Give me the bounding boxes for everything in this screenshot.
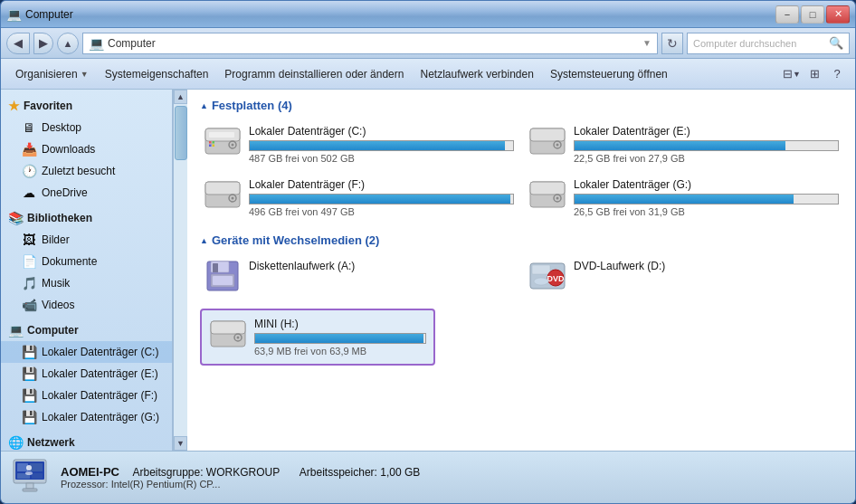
sidebar-header-favoriten: ★ Favoriten (1, 95, 172, 117)
drive-a[interactable]: Diskettenlaufwerk (A:) (200, 256, 518, 296)
svg-point-33 (534, 278, 548, 285)
svg-point-15 (556, 144, 559, 147)
drive-c-bar (250, 141, 505, 150)
address-bar-icon: 💻 (89, 36, 104, 51)
refresh-icon: ↻ (667, 36, 678, 51)
sidebar-item-desktop[interactable]: 🖥 Desktop (1, 117, 172, 138)
drive-d-name: DVD-Laufwerk (D:) (574, 260, 839, 272)
sidebar-scrollbar[interactable]: ▲ ▼ (173, 90, 187, 451)
view-toggle-button[interactable]: ⊟ ▼ (781, 63, 803, 85)
lc-icon: 💾 (21, 344, 37, 360)
minimize-button[interactable]: − (775, 5, 799, 24)
musik-icon: 🎵 (21, 275, 37, 291)
status-memory: Arbeitsspeicher: 1,00 GB (300, 466, 420, 479)
bibliotheken-label: Bibliotheken (27, 212, 92, 224)
hdd-f-icon (204, 178, 242, 211)
scroll-down-button[interactable]: ▼ (174, 436, 187, 451)
drive-c-bar-wrap (249, 140, 514, 151)
floppy-icon (204, 260, 242, 292)
drive-e-name: Lokaler Datenträger (E:) (574, 125, 839, 138)
drive-f[interactable]: Lokaler Datenträger (F:) 496 GB frei von… (200, 175, 518, 221)
svg-rect-28 (213, 276, 233, 285)
search-icon: 🔍 (829, 36, 843, 50)
sidebar-item-dokumente[interactable]: 📄 Dokumente (1, 251, 172, 272)
back-button[interactable]: ◀ (6, 33, 30, 54)
drive-e[interactable]: Lokaler Datenträger (E:) 22,5 GB frei vo… (525, 121, 842, 167)
deinstall-label: Programm deinstallieren oder ändern (224, 68, 404, 81)
sidebar-item-le[interactable]: 💾 Lokaler Datenträger (E:) (1, 363, 172, 385)
refresh-button[interactable]: ↻ (661, 33, 683, 54)
videos-icon: 📹 (21, 297, 37, 313)
netzlaufwerk-button[interactable]: Netzlaufwerk verbinden (413, 62, 540, 86)
sidebar-item-videos[interactable]: 📹 Videos (1, 294, 172, 316)
drive-c-info: Lokaler Datenträger (C:) 487 GB frei von… (249, 125, 514, 164)
scroll-up-button[interactable]: ▲ (174, 90, 187, 104)
hdd-h-icon (209, 318, 247, 350)
netzwerk-label: Netzwerk (27, 436, 75, 449)
sidebar-item-lf[interactable]: 💾 Lokaler Datenträger (F:) (1, 385, 172, 406)
svg-rect-35 (211, 321, 245, 334)
svg-point-46 (26, 465, 32, 471)
sidebar-item-downloads[interactable]: 📥 Downloads (1, 138, 172, 160)
svg-rect-45 (32, 473, 43, 479)
sidebar-header-bibliotheken: 📚 Bibliotheken (1, 207, 172, 229)
maximize-button[interactable]: □ (801, 5, 824, 24)
close-button[interactable]: ✕ (826, 5, 850, 24)
sidebar-item-lc[interactable]: 💾 Lokaler Datenträger (C:) (1, 341, 172, 363)
systemeigenschaften-label: Systemeigenschaften (105, 68, 209, 81)
up-button[interactable]: ▲ (57, 33, 79, 54)
scroll-thumb[interactable] (175, 106, 187, 160)
lf-icon: 💾 (21, 387, 37, 404)
computer-icon: 💻 (8, 323, 24, 338)
drive-g[interactable]: Lokaler Datenträger (G:) 26,5 GB frei vo… (525, 175, 842, 221)
forward-icon: ▶ (39, 36, 48, 50)
status-workgroup: Arbeitsgruppe: WORKGROUP (132, 466, 280, 479)
sidebar-item-bilder[interactable]: 🖼 Bilder (1, 229, 172, 251)
explorer-window: 💻 Computer − □ ✕ ◀ ▶ ▲ 💻 Computer ▼ ↻ Co… (0, 0, 856, 504)
downloads-label: Downloads (42, 143, 95, 156)
lc-label: Lokaler Datenträger (C:) (42, 346, 158, 358)
address-input[interactable]: 💻 Computer ▼ (82, 33, 658, 54)
forward-button[interactable]: ▶ (33, 33, 53, 54)
svg-rect-10 (209, 145, 212, 147)
le-icon: 💾 (21, 366, 37, 382)
svg-rect-43 (30, 463, 43, 471)
drive-c[interactable]: Lokaler Datenträger (C:) 487 GB frei von… (200, 121, 518, 167)
dokumente-icon: 📄 (21, 253, 37, 270)
help-icon: ? (833, 67, 840, 81)
drive-c-name: Lokaler Datenträger (C:) (249, 125, 514, 138)
dvd-icon: DVD (528, 260, 566, 292)
address-dropdown-icon[interactable]: ▼ (642, 38, 652, 48)
drive-f-name: Lokaler Datenträger (F:) (249, 178, 514, 191)
organize-button[interactable]: Organisieren ▼ (8, 62, 96, 86)
svg-rect-26 (213, 263, 218, 272)
drive-c-size: 487 GB frei von 502 GB (249, 153, 514, 164)
drive-e-size: 22,5 GB frei von 27,9 GB (574, 153, 839, 164)
help-button[interactable]: ? (826, 63, 848, 85)
organize-dropdown-icon: ▼ (81, 70, 89, 79)
deinstall-button[interactable]: Programm deinstallieren oder ändern (217, 62, 411, 86)
sidebar-section-netzwerk: 🌐 Netzwerk (1, 432, 172, 451)
desktop-icon: 🖥 (21, 119, 37, 136)
drive-h-info: MINI (H:) 63,9 MB frei von 63,9 MB (254, 318, 426, 357)
drive-h[interactable]: MINI (H:) 63,9 MB frei von 63,9 MB (200, 309, 435, 366)
drive-h-name: MINI (H:) (254, 318, 426, 330)
systemeigenschaften-button[interactable]: Systemeigenschaften (98, 62, 216, 86)
pane-toggle-button[interactable]: ⊞ (804, 63, 825, 85)
sidebar-item-zuletzt[interactable]: 🕐 Zuletzt besucht (1, 160, 172, 182)
sidebar-item-onedrive[interactable]: ☁ OneDrive (1, 182, 172, 204)
downloads-icon: 📥 (21, 141, 37, 157)
sidebar-item-lg[interactable]: 💾 Lokaler Datenträger (G:) (1, 406, 172, 428)
drive-d[interactable]: DVD DVD-Laufwerk (D:) (525, 256, 842, 296)
view-icon: ⊟ (783, 67, 793, 81)
drive-f-size: 496 GB frei von 497 GB (249, 206, 514, 217)
sidebar-item-musik[interactable]: 🎵 Musik (1, 272, 172, 294)
systemsteuerung-button[interactable]: Systemsteuerung öffnen (543, 62, 675, 86)
organize-label: Organisieren (15, 68, 78, 81)
pane-icon: ⊞ (810, 67, 820, 81)
search-box[interactable]: Computer durchsuchen 🔍 (687, 33, 850, 54)
title-bar-buttons: − □ ✕ (775, 5, 850, 24)
drive-f-bar (250, 195, 510, 204)
window-icon: 💻 (6, 7, 22, 22)
drive-h-size: 63,9 MB frei von 63,9 MB (254, 346, 426, 357)
